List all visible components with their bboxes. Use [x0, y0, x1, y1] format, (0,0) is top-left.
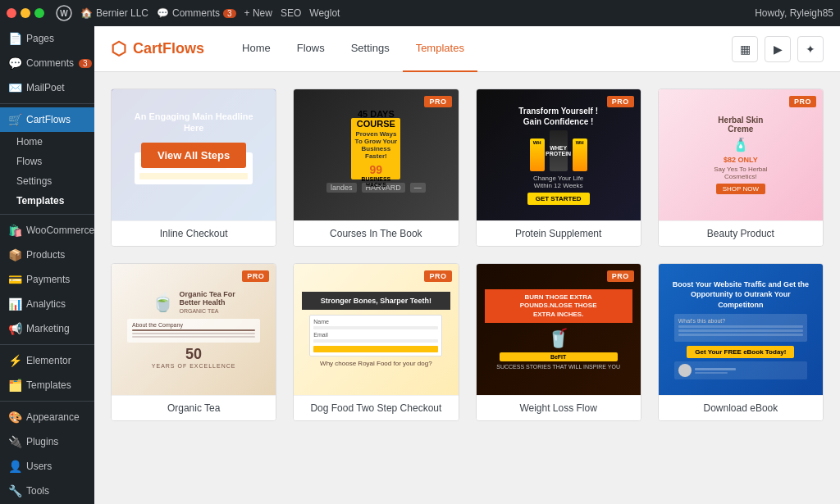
plugin-logo: ⬡ CartFlows: [111, 39, 204, 60]
template-grid: An Engaging Main Headline Here: [111, 89, 824, 421]
sidebar-item-label: Marketing: [26, 323, 70, 334]
sidebar-item-label: Payments: [26, 274, 70, 285]
template-label-weight: Weight Loss Flow: [477, 395, 641, 420]
comments-icon: 💬: [8, 57, 21, 70]
elementor-icon: ⚡: [8, 354, 21, 367]
sidebar-divider-4: [0, 401, 94, 402]
sidebar-item-label: Analytics: [26, 298, 66, 310]
template-card-weight-loss[interactable]: PRO BURN THOSE EXTRAPOUNDS.NLOSE THOSEEX…: [476, 263, 641, 421]
template-preview-dog: PRO Stronger Bones, Sharper Teeth! Name …: [294, 264, 458, 395]
nav-item-flows[interactable]: Flows: [284, 26, 338, 72]
template-label-inline-checkout: Inline Checkout: [112, 220, 276, 246]
traffic-light-yellow[interactable]: [21, 8, 30, 18]
sidebar-item-elementor[interactable]: ⚡ Elementor: [0, 348, 94, 373]
sidebar-item-appearance[interactable]: 🎨 Appearance: [0, 405, 94, 429]
pro-badge-beauty: PRO: [789, 96, 816, 107]
sidebar-sub-templates[interactable]: Templates: [0, 191, 94, 211]
content-area: ⬡ CartFlows Home Flows Settings Template…: [94, 26, 840, 504]
sidebar-item-woocommerce[interactable]: 🛍️ WooCommerce: [0, 218, 94, 243]
payments-icon: 💳: [8, 273, 21, 286]
sidebar-divider-3: [0, 344, 94, 345]
comments-link[interactable]: 💬 Comments 3: [157, 7, 236, 19]
sidebar-item-cartflows[interactable]: 🛒 CartFlows: [0, 107, 94, 132]
pro-badge-courses: PRO: [424, 96, 451, 107]
sidebar-item-label: MailPoet: [26, 82, 65, 93]
sidebar-sub-settings[interactable]: Settings: [0, 171, 94, 191]
sidebar-item-mailpoet[interactable]: ✉️ MailPoet: [0, 75, 94, 100]
tools-icon: 🔧: [8, 484, 21, 497]
seo-link[interactable]: SEO: [281, 7, 301, 19]
template-label-dog: Dog Food Two Step Checkout: [294, 395, 458, 420]
template-preview-courses: PRO 45 DAYS COURSE Proven Ways To Grow Y…: [294, 89, 458, 220]
sidebar-item-label: Users: [26, 461, 52, 472]
view-all-steps-overlay: View All Steps: [112, 89, 276, 220]
plugin-nav: Home Flows Settings Templates: [229, 26, 477, 72]
template-card-courses[interactable]: PRO 45 DAYS COURSE Proven Ways To Grow Y…: [293, 89, 459, 247]
sidebar-item-label: Pages: [26, 33, 54, 44]
template-card-beauty[interactable]: PRO Herbal Skin Creme 🧴 $82 ONLY Say Yes…: [658, 89, 824, 247]
traffic-light-red[interactable]: [7, 8, 16, 18]
plugin-header: ⬡ CartFlows Home Flows Settings Template…: [94, 26, 840, 72]
sidebar-item-analytics[interactable]: 📊 Analytics: [0, 292, 94, 316]
sidebar-divider-2: [0, 214, 94, 215]
template-card-inline-checkout[interactable]: An Engaging Main Headline Here: [111, 89, 276, 247]
pro-badge-protein: PRO: [607, 96, 634, 107]
grid-view-button[interactable]: ▦: [732, 36, 758, 62]
products-icon: 📦: [8, 248, 21, 261]
sidebar-item-comments[interactable]: 💬 Comments 3: [0, 51, 94, 75]
sidebar-sub-home[interactable]: Home: [0, 132, 94, 152]
weglot-link[interactable]: Weglot: [309, 7, 340, 19]
star-button[interactable]: ✦: [797, 36, 824, 62]
cartflows-logo-icon: ⬡: [111, 39, 126, 60]
template-card-organic-tea[interactable]: PRO 🍵 Organic Tea ForBetter Health ORGAN…: [111, 263, 276, 421]
template-card-ebook[interactable]: Boost Your Website Traffic and Get the O…: [658, 263, 824, 421]
sidebar-item-label: Tools: [26, 485, 49, 497]
template-label-beauty: Beauty Product: [659, 220, 823, 246]
template-preview-protein: PRO Transform Yourself !Gain Confidence …: [477, 89, 641, 220]
comments-sidebar-badge: 3: [79, 59, 92, 68]
view-all-steps-button[interactable]: View All Steps: [141, 143, 246, 168]
template-preview-ebook: Boost Your Website Traffic and Get the O…: [659, 264, 823, 395]
cartflows-icon: 🛒: [8, 113, 21, 126]
traffic-light-green[interactable]: [34, 8, 44, 18]
user-greeting: Howdy, Ryleigh85: [755, 7, 833, 19]
video-button[interactable]: ▶: [765, 36, 791, 62]
sidebar-item-payments[interactable]: 💳 Payments: [0, 267, 94, 292]
template-label-protein: Protein Supplement: [477, 220, 641, 246]
woocommerce-icon: 🛍️: [8, 224, 21, 237]
nav-item-templates[interactable]: Templates: [403, 26, 477, 72]
analytics-icon: 📊: [8, 297, 21, 311]
sidebar-item-tools[interactable]: 🔧 Tools: [0, 479, 94, 503]
pages-icon: 📄: [8, 32, 21, 45]
new-button[interactable]: + New: [244, 7, 272, 19]
main-layout: 📄 Pages 💬 Comments 3 ✉️ MailPoet 🛒 CartF…: [0, 26, 840, 504]
sidebar-item-label: Products: [26, 249, 65, 261]
templates-icon: 🗂️: [8, 379, 21, 392]
sidebar: 📄 Pages 💬 Comments 3 ✉️ MailPoet 🛒 CartF…: [0, 26, 94, 504]
wp-logo[interactable]: W: [56, 5, 72, 21]
template-card-protein[interactable]: PRO Transform Yourself !Gain Confidence …: [476, 89, 641, 247]
template-label-ebook: Download eBook: [659, 395, 823, 420]
sidebar-item-label: Appearance: [26, 411, 80, 423]
nav-item-settings[interactable]: Settings: [338, 26, 403, 72]
sidebar-item-users[interactable]: 👤 Users: [0, 454, 94, 479]
sidebar-item-label: Plugins: [26, 436, 58, 447]
sidebar-item-pages[interactable]: 📄 Pages: [0, 26, 94, 51]
admin-bar: W 🏠 Bernier LLC 💬 Comments 3 + New SEO W…: [0, 0, 840, 26]
mailpoet-icon: ✉️: [8, 81, 21, 94]
sidebar-sub-flows[interactable]: Flows: [0, 152, 94, 171]
plugins-icon: 🔌: [8, 435, 21, 448]
template-preview-beauty: PRO Herbal Skin Creme 🧴 $82 ONLY Say Yes…: [659, 89, 823, 220]
traffic-lights: [7, 8, 44, 18]
sidebar-item-products[interactable]: 📦 Products: [0, 243, 94, 267]
template-preview-tea: PRO 🍵 Organic Tea ForBetter Health ORGAN…: [112, 264, 276, 395]
sidebar-item-marketing[interactable]: 📢 Marketing: [0, 316, 94, 341]
pro-badge-dog: PRO: [424, 270, 451, 282]
nav-item-home[interactable]: Home: [229, 26, 284, 72]
template-card-dog-food[interactable]: PRO Stronger Bones, Sharper Teeth! Name …: [293, 263, 459, 421]
template-preview-inline-checkout: An Engaging Main Headline Here: [112, 89, 276, 220]
site-name[interactable]: 🏠 Bernier LLC: [80, 7, 148, 19]
sidebar-item-plugins[interactable]: 🔌 Plugins: [0, 429, 94, 454]
sidebar-item-templates[interactable]: 🗂️ Templates: [0, 373, 94, 397]
sidebar-item-label: CartFlows: [26, 114, 71, 125]
